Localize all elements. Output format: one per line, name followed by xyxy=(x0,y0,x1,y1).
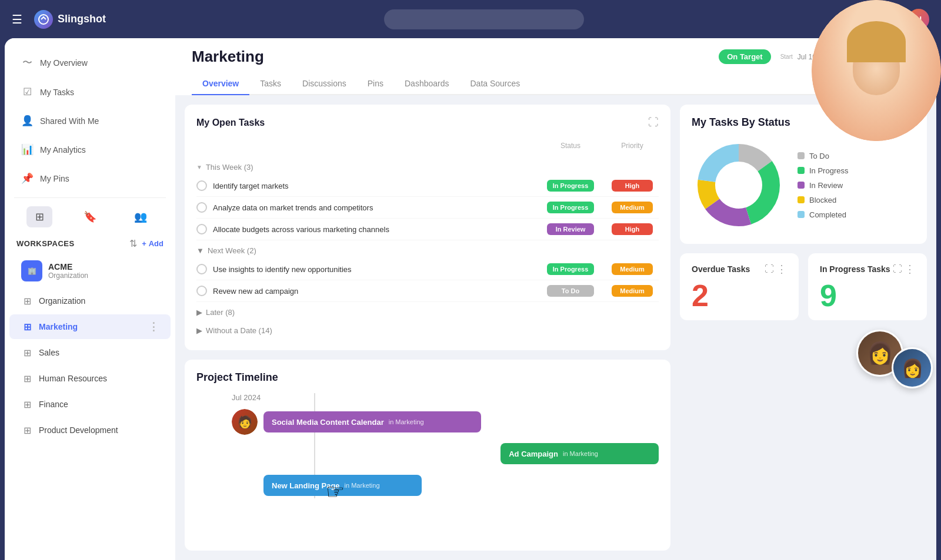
task-priority: Medium xyxy=(606,263,659,275)
timeline-row: Ad Campaign in Marketing xyxy=(232,441,659,467)
avatar xyxy=(232,441,258,467)
expand-icon[interactable]: ⛶ xyxy=(648,116,659,129)
tab-dashboards[interactable]: Dashboards xyxy=(394,73,460,95)
workspace-item-human-resources[interactable]: ⊞ Human Resources ⋮ xyxy=(9,366,171,391)
bar-label: Social Media Content Calendar xyxy=(272,418,384,427)
task-checkbox[interactable] xyxy=(196,180,207,191)
due-date-label: Due xyxy=(833,53,843,60)
task-priority: Medium xyxy=(606,285,659,297)
status-chart-area: To Do In Progress In Review xyxy=(692,138,915,232)
sidebar-item-my-overview[interactable]: 〜 My Overview xyxy=(9,49,171,76)
table-row: Allocate budgets across various marketin… xyxy=(196,219,659,240)
bar-sub: in Marketing xyxy=(563,450,598,457)
tasks-panel-title: My Open Tasks xyxy=(196,118,265,128)
task-checkbox[interactable] xyxy=(196,224,207,234)
sidebar-item-my-analytics[interactable]: 📊 My Analytics xyxy=(9,136,171,163)
metric-header: In Progress Tasks ⛶ ⋮ xyxy=(820,263,915,276)
next-week-label: Next Week (2) xyxy=(208,246,256,255)
sidebar-item-my-tasks[interactable]: ☑ My Tasks xyxy=(9,79,171,105)
acme-text: ACME Organization xyxy=(48,262,88,280)
workspace-layer-icon: ⊞ xyxy=(21,321,33,333)
start-date-label: Start xyxy=(780,53,793,60)
sidebar-tab-bookmarks[interactable]: 🔖 xyxy=(77,206,103,227)
avatar-photo-2: 👩 xyxy=(892,347,933,388)
search-area xyxy=(113,9,855,29)
search-input[interactable] xyxy=(384,9,584,29)
more-icon[interactable]: ⋮ xyxy=(776,263,787,276)
status-badge: In Review xyxy=(547,223,594,235)
metrics-row: Overdue Tasks ⛶ ⋮ 2 In Progress Tasks ⛶ xyxy=(680,253,927,320)
workspace-item-finance[interactable]: ⊞ Finance ⋮ xyxy=(9,392,171,417)
menu-icon[interactable]: ☰ xyxy=(12,12,22,26)
task-name: Allocate budgets across various marketin… xyxy=(213,225,535,234)
user-avatar[interactable]: U xyxy=(908,9,929,30)
members-icon: 👥 xyxy=(879,52,888,61)
workspace-item-organization[interactable]: ⊞ Organization ⋮ xyxy=(9,289,171,313)
legend-label: To Do xyxy=(809,152,829,160)
workspace-item-sales[interactable]: ⊞ Sales ⋮ xyxy=(9,340,171,365)
workspace-layer-icon: ⊞ xyxy=(21,425,33,436)
sort-button[interactable]: ⇅ xyxy=(129,238,137,249)
workspace-more-button[interactable]: ⋮ xyxy=(908,50,920,64)
status-col-header: Status xyxy=(541,139,600,152)
later-section[interactable]: ▶ Later (8) xyxy=(196,304,659,320)
task-checkbox[interactable] xyxy=(196,264,207,274)
message-icon[interactable]: 💬 xyxy=(885,12,900,26)
notification-icon[interactable]: 🔔 xyxy=(862,12,877,26)
start-date: Jul 10 xyxy=(797,53,816,61)
sidebar-tab-workspaces[interactable]: ⊞ xyxy=(26,206,52,227)
members-count: 26 xyxy=(890,52,899,61)
overdue-title: Overdue Tasks xyxy=(692,264,750,274)
tab-data-sources[interactable]: Data Sources xyxy=(460,73,531,95)
overview-icon: 〜 xyxy=(21,56,33,69)
date-arrow-icon: → xyxy=(821,53,828,61)
sidebar-item-shared-with-me[interactable]: 👤 Shared With Me xyxy=(9,108,171,134)
task-checkbox[interactable] xyxy=(196,286,207,296)
legend-item-inprogress: In Progress xyxy=(797,166,848,175)
table-row: Revew new ad campaign To Do Medium xyxy=(196,280,659,302)
sidebar-tab-people[interactable]: 👥 xyxy=(128,206,154,227)
workspace-more-icon[interactable]: ⋮ xyxy=(148,320,159,333)
table-row: Identify target markets In Progress High xyxy=(196,175,659,197)
donut-chart xyxy=(692,138,786,232)
tab-tasks[interactable]: Tasks xyxy=(249,73,292,95)
workspace-item-product-development[interactable]: ⊞ Product Development ⋮ xyxy=(9,418,171,442)
app-logo xyxy=(34,10,53,29)
task-checkbox[interactable] xyxy=(196,202,207,213)
add-workspace-button[interactable]: + Add xyxy=(142,239,163,248)
task-status: In Progress xyxy=(541,180,600,192)
workspace-item-acme[interactable]: 🏢 ACME Organization ⋮ xyxy=(9,254,171,287)
tab-pins[interactable]: Pins xyxy=(357,73,394,95)
bar-sub: in Marketing xyxy=(345,482,380,489)
more-icon[interactable]: ⋮ xyxy=(905,263,915,276)
workspace-label: Human Resources xyxy=(39,374,107,383)
workspace-tabs: Overview Tasks Discussions Pins Dashboar… xyxy=(192,73,920,95)
overdue-tasks-card: Overdue Tasks ⛶ ⋮ 2 xyxy=(680,253,799,320)
avatar xyxy=(232,472,258,498)
status-badge: On Target xyxy=(719,49,770,64)
main-content: 〜 My Overview ☑ My Tasks 👤 Shared With M… xyxy=(5,38,936,560)
tab-discussions[interactable]: Discussions xyxy=(292,73,357,95)
left-col: My Open Tasks ⛶ Status Priority xyxy=(185,105,670,551)
col-headers: Status Priority xyxy=(196,137,659,157)
plus-icon: + xyxy=(142,239,146,248)
without-date-section[interactable]: ▶ Without a Date (14) xyxy=(196,323,659,338)
legend-dot xyxy=(797,196,805,203)
workspace-top: Marketing On Target Start Jul 10 → Due O… xyxy=(175,38,936,95)
legend-label: Completed xyxy=(809,210,846,219)
expand-icon[interactable]: ⛶ xyxy=(765,264,774,274)
sidebar-item-my-pins[interactable]: 📌 My Pins xyxy=(9,165,171,192)
without-date-label: Without a Date (14) xyxy=(206,326,272,335)
next-week-section[interactable]: ▼ Next Week (2) xyxy=(196,243,659,259)
tab-overview[interactable]: Overview xyxy=(192,73,249,95)
workspace-item-marketing[interactable]: ⊞ Marketing ⋮ xyxy=(9,314,171,339)
timeline-content: Jul 2024 🧑 Social Media Content Calendar xyxy=(196,393,659,498)
main-area: My Open Tasks ⛶ Status Priority xyxy=(175,95,936,560)
sidebar-item-label: My Overview xyxy=(40,58,88,68)
expand-icon[interactable]: ⛶ xyxy=(893,264,902,274)
legend-dot xyxy=(797,182,805,189)
this-week-section[interactable]: ▼ This Week (3) xyxy=(196,159,659,175)
workspace-label: Product Development xyxy=(39,425,118,435)
workspaces-label: Workspaces xyxy=(16,239,75,248)
task-name: Analyze data on market trends and compet… xyxy=(213,203,535,212)
